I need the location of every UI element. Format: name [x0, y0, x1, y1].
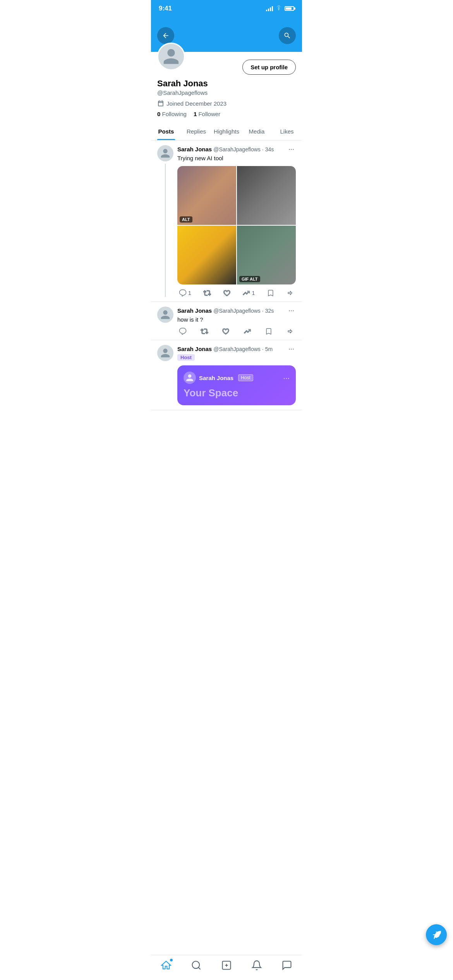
views-action[interactable] — [244, 327, 251, 335]
tweet-body: Sarah Jonas @SarahJpageflows · 32s ··· h… — [177, 307, 296, 335]
retweet-action[interactable] — [203, 289, 211, 297]
tweet-item: Sarah Jonas @SarahJpageflows · 34s ··· T… — [151, 140, 302, 302]
tweet-image-3[interactable] — [177, 226, 236, 284]
tab-likes[interactable]: Likes — [272, 123, 302, 140]
tweet-author-name: Sarah Jonas — [177, 307, 212, 314]
bookmark-action[interactable] — [265, 327, 273, 335]
back-button[interactable] — [157, 27, 174, 44]
space-host-name: Sarah Jonas — [199, 375, 233, 381]
tweet-author-handle: @SarahJpageflows — [213, 146, 261, 152]
profile-name: Sarah Jonas — [157, 79, 296, 89]
space-avatar — [184, 372, 196, 384]
tweet-timestamp: 5m — [265, 346, 273, 352]
tweet-feed: Sarah Jonas @SarahJpageflows · 34s ··· T… — [151, 140, 302, 410]
bookmark-action[interactable] — [267, 289, 275, 297]
views-count: 1 — [252, 290, 255, 296]
tab-posts[interactable]: Posts — [151, 123, 181, 140]
tweet-image-4[interactable]: GIF ALT — [237, 226, 296, 284]
reply-action[interactable] — [179, 327, 187, 335]
search-button[interactable] — [279, 27, 296, 44]
tweet-actions — [177, 327, 296, 335]
space-more-button[interactable]: ··· — [283, 373, 290, 382]
tweet-header: Sarah Jonas @SarahJpageflows · 34s ··· — [177, 145, 296, 153]
tweet-item: Sarah Jonas @SarahJpageflows · 5m ··· Ho… — [151, 340, 302, 410]
follower-stat[interactable]: 1 Follower — [194, 111, 220, 117]
status-bar: 9:41 — [151, 0, 302, 15]
status-icons — [266, 5, 294, 12]
tweet-avatar — [157, 145, 173, 161]
tweet-text: Trying new AI tool — [177, 154, 296, 162]
space-card[interactable]: Sarah Jonas Host ··· Your Space — [177, 365, 296, 405]
tab-highlights[interactable]: Highlights — [211, 123, 242, 140]
space-host-info: Sarah Jonas Host — [184, 372, 253, 384]
tweet-text: how is it ? — [177, 315, 296, 324]
tweet-timestamp: 34s — [265, 146, 274, 152]
tweet-author-info: Sarah Jonas @SarahJpageflows · 34s — [177, 146, 287, 152]
tab-media[interactable]: Media — [242, 123, 272, 140]
tweet-body: Sarah Jonas @SarahJpageflows · 34s ··· T… — [177, 145, 296, 297]
retweet-action[interactable] — [201, 327, 208, 335]
host-badge: Host — [177, 354, 195, 361]
tweet-author-handle: @SarahJpageflows — [213, 346, 261, 352]
tweet-author-handle: @SarahJpageflows — [213, 308, 261, 314]
tweet-item: Sarah Jonas @SarahJpageflows · 32s ··· h… — [151, 302, 302, 340]
tweet-author-info: Sarah Jonas @SarahJpageflows · 32s — [177, 307, 287, 314]
profile-section: Set up profile Sarah Jonas @SarahJpagefl… — [151, 52, 302, 117]
space-card-header: Sarah Jonas Host ··· — [184, 372, 290, 384]
views-action[interactable]: 1 — [242, 289, 255, 297]
joined-date: Joined December 2023 — [166, 100, 226, 107]
tweet-image-2[interactable] — [237, 166, 296, 225]
tweet-more-button[interactable]: ··· — [287, 307, 296, 315]
setup-profile-button[interactable]: Set up profile — [242, 60, 296, 75]
space-host-badge: Host — [238, 374, 253, 381]
tweet-body: Sarah Jonas @SarahJpageflows · 5m ··· Ho… — [177, 345, 296, 405]
tweet-avatar — [157, 345, 173, 361]
tweet-avatar — [157, 307, 173, 323]
battery-icon — [285, 6, 294, 11]
share-action[interactable] — [287, 327, 294, 335]
following-count: 0 — [157, 111, 160, 117]
following-label: Following — [162, 111, 187, 117]
tweet-image-grid: ALT GIF ALT — [177, 166, 296, 284]
profile-handle: @SarahJpageflows — [157, 89, 296, 96]
reply-count: 1 — [188, 290, 191, 296]
profile-top: Set up profile — [157, 57, 296, 75]
share-action[interactable] — [287, 289, 294, 297]
gif-badge: GIF ALT — [239, 276, 260, 282]
tweet-image-1[interactable]: ALT — [177, 166, 236, 225]
tweet-author-name: Sarah Jonas — [177, 146, 212, 152]
tweet-timestamp: 32s — [265, 308, 274, 314]
reply-action[interactable]: 1 — [179, 289, 191, 297]
tweet-header: Sarah Jonas @SarahJpageflows · 32s ··· — [177, 307, 296, 315]
follower-count: 1 — [194, 111, 197, 117]
signal-icon — [266, 6, 273, 11]
like-action[interactable] — [223, 289, 231, 297]
tweet-author-info: Sarah Jonas @SarahJpageflows · 5m — [177, 346, 287, 352]
space-title: Your Space — [184, 387, 290, 399]
tweet-header: Sarah Jonas @SarahJpageflows · 5m ··· — [177, 345, 296, 353]
following-stat[interactable]: 0 Following — [157, 111, 187, 117]
tweet-more-button[interactable]: ··· — [287, 145, 296, 153]
tweet-actions: 1 1 — [177, 289, 296, 297]
tab-replies[interactable]: Replies — [181, 123, 211, 140]
tweet-author-name: Sarah Jonas — [177, 346, 212, 352]
tweet-more-button[interactable]: ··· — [287, 345, 296, 353]
status-time: 9:41 — [159, 5, 172, 12]
wifi-icon — [275, 5, 282, 12]
profile-joined: Joined December 2023 — [157, 100, 296, 107]
follower-label: Follower — [198, 111, 220, 117]
alt-badge-1: ALT — [180, 216, 192, 223]
profile-tabs: Posts Replies Highlights Media Likes — [151, 123, 302, 140]
like-action[interactable] — [222, 327, 230, 335]
profile-stats: 0 Following 1 Follower — [157, 111, 296, 117]
avatar — [157, 43, 185, 70]
